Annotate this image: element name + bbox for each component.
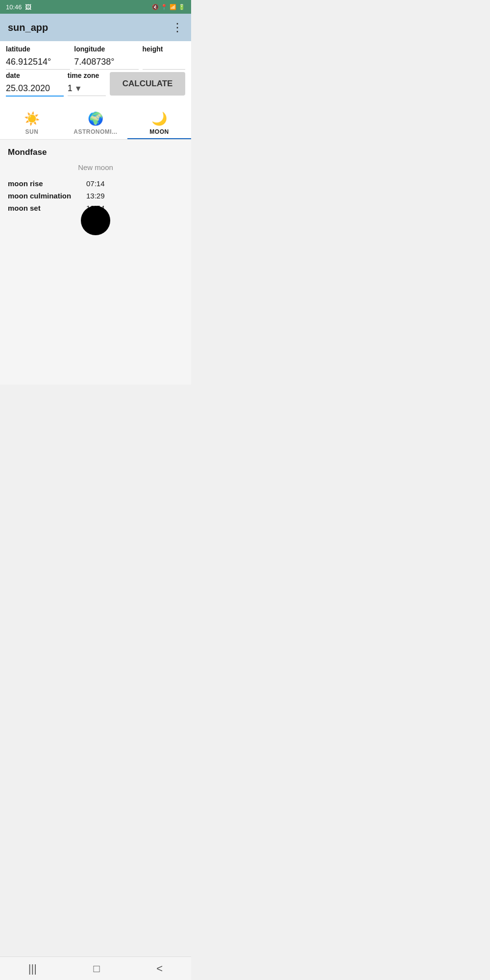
tab-astronomical[interactable]: 🌍 ASTRONOMI... [64, 106, 127, 139]
timezone-dropdown[interactable]: 1 ▼ [68, 81, 106, 96]
main-content: latitude longitude height date time zone [0, 41, 191, 385]
dropdown-arrow-icon: ▼ [74, 84, 82, 93]
moon-rise-key: moon rise [8, 179, 86, 188]
moon-content-area: Mondfase New moon moon rise 07:14 moon c… [0, 140, 191, 385]
longitude-input[interactable] [74, 55, 138, 70]
longitude-field: longitude [74, 45, 138, 70]
time-display: 10:46 [6, 3, 22, 11]
moon-culmination-key: moon culmination [8, 192, 86, 200]
astro-tab-icon: 🌍 [88, 111, 103, 126]
height-input[interactable] [143, 55, 186, 70]
image-icon: 🖼 [25, 3, 31, 11]
moon-rise-value: 07:14 [86, 179, 105, 188]
moon-tab-icon: 🌙 [151, 111, 167, 126]
status-left: 10:46 🖼 [6, 3, 31, 11]
tab-moon[interactable]: 🌙 MOON [127, 106, 191, 139]
sun-tab-label: SUN [25, 128, 39, 135]
date-field: date [6, 72, 64, 97]
height-label: height [143, 45, 186, 53]
longitude-label: longitude [74, 45, 138, 53]
moon-set-value: 19:54 [86, 204, 105, 212]
date-input[interactable] [6, 81, 64, 97]
sun-tab-icon: ☀️ [24, 111, 40, 126]
moon-tab-label: MOON [149, 128, 169, 135]
moon-set-key: moon set [8, 204, 86, 212]
location-icon: 📍 [161, 4, 168, 10]
latitude-label: latitude [6, 45, 70, 53]
moon-phase-value: New moon [8, 163, 183, 172]
moon-rise-row: moon rise 07:14 [8, 179, 183, 188]
moon-culmination-row: moon culmination 13:29 [8, 192, 183, 200]
app-bar: sun_app ⋮ [0, 14, 191, 41]
height-field: height [143, 45, 186, 70]
moon-section-title: Mondfase [8, 147, 183, 157]
latitude-input[interactable] [6, 55, 70, 70]
astro-tab-label: ASTRONOMI... [74, 128, 117, 135]
status-bar: 10:46 🖼 🔇 📍 📶 🔋 [0, 0, 191, 14]
tabs-area: ☀️ SUN 🌍 ASTRONOMI... 🌙 MOON [0, 106, 191, 140]
date-timezone-row: date time zone 1 ▼ CALCULATE [6, 72, 185, 97]
latitude-field: latitude [6, 45, 70, 70]
timezone-label: time zone [68, 72, 106, 79]
mute-icon: 🔇 [152, 4, 159, 10]
tab-sun[interactable]: ☀️ SUN [0, 106, 64, 139]
form-area: latitude longitude height date time zone [0, 41, 191, 102]
moon-culmination-value: 13:29 [86, 192, 105, 200]
status-right: 🔇 📍 📶 🔋 [152, 4, 185, 10]
more-options-button[interactable]: ⋮ [172, 21, 183, 34]
battery-icon: 🔋 [178, 4, 185, 10]
timezone-field: time zone 1 ▼ [68, 72, 106, 96]
coordinates-row: latitude longitude height [6, 45, 185, 70]
calculate-button[interactable]: CALCULATE [110, 72, 185, 96]
date-label: date [6, 72, 64, 79]
moon-set-row: moon set 19:54 [8, 204, 183, 212]
wifi-icon: 📶 [170, 4, 176, 10]
app-title: sun_app [8, 22, 48, 33]
timezone-value: 1 [68, 83, 73, 94]
